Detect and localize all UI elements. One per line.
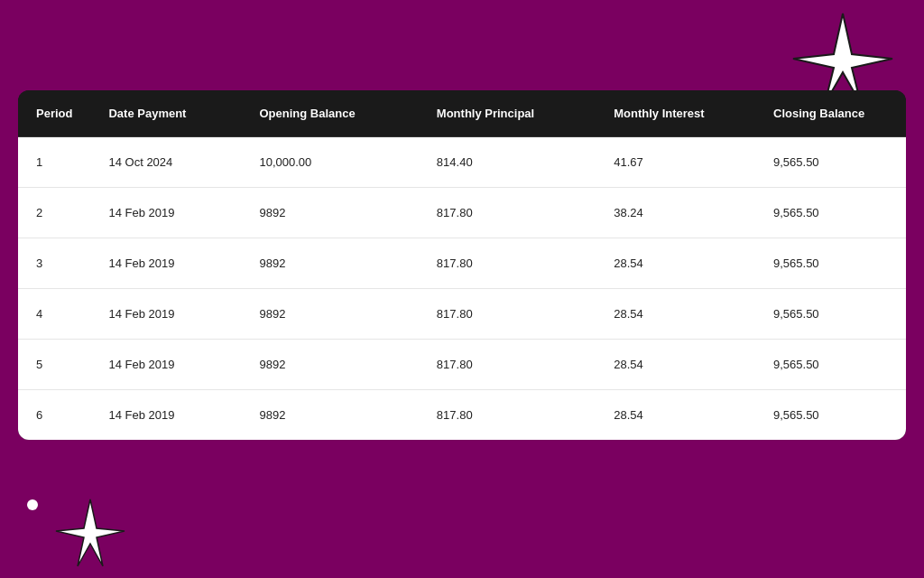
table-row: 614 Feb 20199892817.8028.549,565.50 [18,390,906,441]
cell-monthly-interest: 28.54 [596,238,755,289]
cell-period: 4 [18,289,90,340]
table-header-row: Period Date Payment Opening Balance Mont… [18,90,906,137]
col-header-monthly-interest: Monthly Interest [596,90,755,137]
loan-table: Period Date Payment Opening Balance Mont… [18,90,906,440]
dot-decoration [27,499,38,510]
cell-monthly-interest: 28.54 [596,289,755,340]
cell-closing-balance: 9,565.50 [755,340,906,390]
cell-period: 1 [18,137,90,188]
cell-date-payment: 14 Feb 2019 [90,340,241,390]
cell-closing-balance: 9,565.50 [755,238,906,289]
col-header-monthly-principal: Monthly Principal [419,90,596,137]
col-header-period: Period [18,90,90,137]
cell-period: 3 [18,238,90,289]
cell-date-payment: 14 Feb 2019 [90,188,241,238]
table-row: 514 Feb 20199892817.8028.549,565.50 [18,340,906,390]
cell-opening-balance: 10,000.00 [241,137,418,188]
cell-opening-balance: 9892 [241,340,418,390]
cell-monthly-interest: 28.54 [596,390,755,441]
cell-date-payment: 14 Oct 2024 [90,137,241,188]
table-row: 314 Feb 20199892817.8028.549,565.50 [18,238,906,289]
cell-monthly-principal: 817.80 [419,238,596,289]
col-header-opening-balance: Opening Balance [241,90,418,137]
col-header-date-payment: Date Payment [90,90,241,137]
cell-opening-balance: 9892 [241,238,418,289]
table-row: 214 Feb 20199892817.8038.249,565.50 [18,188,906,238]
cell-period: 2 [18,188,90,238]
cell-closing-balance: 9,565.50 [755,188,906,238]
cell-monthly-principal: 817.80 [419,188,596,238]
cell-opening-balance: 9892 [241,188,418,238]
cell-date-payment: 14 Feb 2019 [90,289,241,340]
cell-opening-balance: 9892 [241,289,418,340]
cell-monthly-interest: 38.24 [596,188,755,238]
cell-opening-balance: 9892 [241,390,418,441]
cell-closing-balance: 9,565.50 [755,390,906,441]
cell-date-payment: 14 Feb 2019 [90,390,241,441]
loan-table-container: Period Date Payment Opening Balance Mont… [18,90,906,440]
cell-closing-balance: 9,565.50 [755,137,906,188]
col-header-closing-balance: Closing Balance [755,90,906,137]
cell-monthly-interest: 41.67 [596,137,755,188]
cell-date-payment: 14 Feb 2019 [90,238,241,289]
cell-monthly-principal: 817.80 [419,390,596,441]
cell-monthly-principal: 817.80 [419,289,596,340]
cell-period: 5 [18,340,90,390]
cell-period: 6 [18,390,90,441]
cell-monthly-principal: 817.80 [419,340,596,390]
cell-monthly-interest: 28.54 [596,340,755,390]
cell-closing-balance: 9,565.50 [755,289,906,340]
cell-monthly-principal: 814.40 [419,137,596,188]
table-row: 414 Feb 20199892817.8028.549,565.50 [18,289,906,340]
star-bottom-left-icon [54,497,126,569]
table-row: 114 Oct 202410,000.00814.4041.679,565.50 [18,137,906,188]
